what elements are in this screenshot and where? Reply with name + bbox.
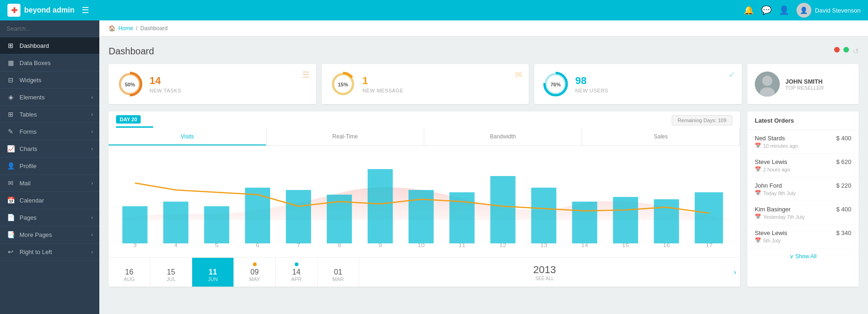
sidebar-item-dashboard[interactable]: ⊞ Dashboard <box>0 37 99 54</box>
data-boxes-icon: ▦ <box>6 59 15 66</box>
order-time: 10 minutes ago <box>763 143 798 149</box>
svg-text:8: 8 <box>337 243 341 248</box>
stat-card-messages: 15% 1 NEW MESSAGE ✉ <box>322 64 529 104</box>
order-name: Steve Lewis <box>755 229 787 236</box>
order-info: John Ford 📅 Today 8th July <box>755 182 796 196</box>
stat-info-messages: 1 NEW MESSAGE <box>363 75 521 93</box>
sidebar-item-mail[interactable]: ✉ Mail › <box>0 175 99 192</box>
footer-month-JUN: JUN <box>196 276 230 282</box>
footer-date-JUN: 11 <box>196 268 230 276</box>
breadcrumb: 🏠 Home / Dashboard <box>99 20 868 37</box>
search-input[interactable] <box>6 25 93 32</box>
sidebar-item-data-boxes[interactable]: ▦ Data Boxes <box>0 54 99 72</box>
calendar-icon: 📅 <box>755 190 761 196</box>
chart-see-all[interactable]: 2013 SEE ALL <box>359 258 730 287</box>
page-title: Dashboard <box>109 46 154 57</box>
stat-corner-icon-tasks: ☰ <box>302 70 310 80</box>
app-logo[interactable]: ✚ beyond admin <box>7 4 74 17</box>
charts-icon: 📈 <box>6 145 15 152</box>
main-layout: ⊞ Dashboard ▦ Data Boxes ⊟ Widgets ◈ Ele… <box>0 20 868 314</box>
header-dot-red <box>834 47 840 52</box>
remaining-badge: Remaining Days: 109 <box>672 115 732 125</box>
svg-text:3: 3 <box>133 243 137 248</box>
chart-tab-sales[interactable]: Sales <box>582 128 740 145</box>
chart-nav-arrow[interactable]: › <box>730 258 740 287</box>
sidebar-item-elements[interactable]: ◈ Elements › <box>0 89 99 106</box>
sidebar-item-pages[interactable]: 📄 Pages › <box>0 209 99 226</box>
sidebar-item-profile[interactable]: 👤 Profile <box>0 157 99 175</box>
content-area: DAY 20 Remaining Days: 109 VisitsReal-Ti… <box>109 111 859 287</box>
profile-icon[interactable]: 👤 <box>779 5 789 15</box>
page-header: Dashboard ↺ <box>109 46 859 57</box>
sidebar-label-right-to-left: Right to Left <box>19 249 52 255</box>
order-time: Today 8th July <box>763 190 796 196</box>
order-item: Ned Stards 📅 10 minutes ago $ 400 <box>747 130 859 154</box>
notifications-icon[interactable]: 🔔 <box>744 5 754 15</box>
order-amount: $ 400 <box>836 135 851 142</box>
order-meta: 📅 Today 8th July <box>755 190 796 196</box>
chart-footer-MAR[interactable]: 01 MAR <box>317 258 359 287</box>
chevron-right-to-left: › <box>91 249 93 255</box>
footer-date-APR: 14 <box>279 268 313 276</box>
stat-card-users: 76% 98 NEW USERS ✓ <box>534 64 742 104</box>
footer-date-AUG: 16 <box>112 268 146 276</box>
user-menu[interactable]: 👤 David Stevenson <box>797 3 861 18</box>
order-name: Ned Stards <box>755 135 798 142</box>
profile-info: JOHN SMITH TOP RESELLER <box>785 78 824 91</box>
menu-toggle-button[interactable]: ☰ <box>82 5 89 15</box>
chart-footer-AUG[interactable]: 16 AUG <box>109 258 150 287</box>
order-info: Steve Lewis 📅 2 hours ago <box>755 158 790 172</box>
sidebar-item-right-to-left[interactable]: ↩ Right to Left › <box>0 243 99 261</box>
chart-footer-APR[interactable]: 14 APR <box>276 258 317 287</box>
chart-footer-MAY[interactable]: 09 MAY <box>234 258 276 287</box>
sidebar-item-charts[interactable]: 📈 Charts › <box>0 140 99 157</box>
stats-row: 50% 14 NEW TASKS ☰ 15% 1 NEW MESSAGE ✉ <box>109 64 859 104</box>
order-time: 5th July <box>763 238 781 243</box>
bar-7 <box>368 169 393 243</box>
sidebar-item-widgets[interactable]: ⊟ Widgets <box>0 72 99 89</box>
chart-tab-visits[interactable]: Visits <box>109 128 266 145</box>
show-all-button[interactable]: ∨ Show All <box>747 249 859 264</box>
chart-footer-JUL[interactable]: 15 JUL <box>150 258 192 287</box>
profile-name: JOHN SMITH <box>785 78 824 85</box>
orders-title: Latest Orders <box>747 111 859 130</box>
stat-corner-icon-users: ✓ <box>728 70 735 80</box>
main-content: 🏠 Home / Dashboard Dashboard ↺ <box>99 20 868 314</box>
order-amount: $ 400 <box>836 206 851 213</box>
order-meta: 📅 5th July <box>755 237 787 243</box>
chart-footer-JUN[interactable]: 11 JUN <box>192 258 234 287</box>
breadcrumb-home[interactable]: Home <box>118 25 133 32</box>
svg-text:13: 13 <box>540 243 547 248</box>
tables-icon: ⊞ <box>6 111 15 118</box>
svg-text:15: 15 <box>622 243 629 248</box>
order-item: Steve Lewis 📅 5th July $ 340 <box>747 225 859 249</box>
bar-13 <box>613 197 638 243</box>
sidebar-item-forms[interactable]: ✎ Forms › <box>0 123 99 140</box>
chevron-right-icon: › <box>734 268 736 276</box>
svg-text:11: 11 <box>459 243 466 248</box>
sidebar-label-profile: Profile <box>19 163 37 170</box>
bar-8 <box>408 190 434 243</box>
order-item: Kim Basinger 📅 Yesterday 7th July $ 400 <box>747 201 859 225</box>
order-amount: $ 340 <box>836 229 851 236</box>
chevron-mail: › <box>91 181 93 186</box>
chevron-tables: › <box>91 112 93 117</box>
sidebar-item-tables[interactable]: ⊞ Tables › <box>0 106 99 123</box>
sidebar: ⊞ Dashboard ▦ Data Boxes ⊟ Widgets ◈ Ele… <box>0 20 99 314</box>
svg-text:4: 4 <box>174 243 178 248</box>
sidebar-item-calendar[interactable]: 📅 Calendar <box>0 192 99 209</box>
stat-circle-users: 76% <box>543 71 569 97</box>
calendar-icon: 📅 <box>755 143 761 149</box>
messages-icon[interactable]: 💬 <box>761 5 771 15</box>
refresh-icon[interactable]: ↺ <box>853 47 859 56</box>
bar-3 <box>204 206 229 243</box>
chart-body: 3 4 5 6 7 8 9 10 11 12 13 <box>109 146 740 257</box>
chart-tab-bandwidth[interactable]: Bandwidth <box>424 128 582 145</box>
order-meta: 📅 10 minutes ago <box>755 143 798 149</box>
sidebar-item-more-pages[interactable]: 📑 More Pages › <box>0 226 99 243</box>
order-info: Ned Stards 📅 10 minutes ago <box>755 135 798 149</box>
calendar-icon: 📅 <box>6 196 15 204</box>
stat-circle-tasks: 50% <box>117 71 143 97</box>
order-amount: $ 220 <box>836 182 851 189</box>
chart-tab-real-time[interactable]: Real-Time <box>266 128 424 145</box>
